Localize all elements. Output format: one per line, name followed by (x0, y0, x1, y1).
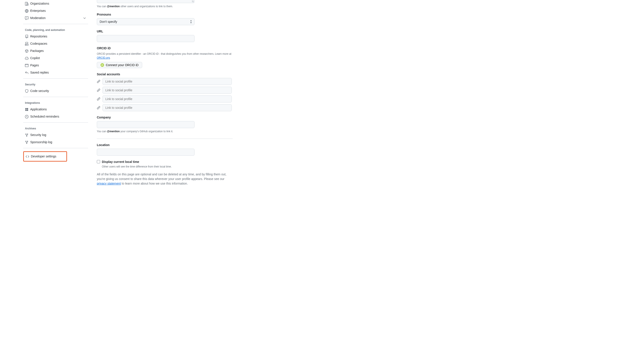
social-input-1[interactable] (102, 78, 232, 85)
sidebar-item-label: Security log (30, 133, 46, 137)
orcid-org-link[interactable]: ORCID.org (97, 56, 110, 59)
local-time-helper: Other users will see the time difference… (102, 165, 233, 169)
url-label: URL (97, 29, 233, 34)
pronouns-select[interactable]: Don't specify ▲▼ (97, 18, 194, 25)
footer-note: All of the fields on this page are optio… (97, 172, 233, 186)
link-icon (97, 88, 100, 92)
orcid-description: ORCID provides a persistent identifier -… (97, 52, 233, 60)
privacy-statement-link[interactable]: privacy statement (97, 182, 121, 185)
link-icon (97, 97, 100, 101)
sidebar-item-enterprises[interactable]: Enterprises (23, 7, 88, 14)
divider (97, 139, 233, 139)
sidebar-item-sponsorship-log[interactable]: Sponsorship log (23, 139, 88, 146)
sidebar-item-label: Moderation (30, 16, 46, 20)
pronouns-label: Pronouns (97, 12, 233, 17)
sidebar-item-codespaces[interactable]: Codespaces (23, 40, 88, 47)
sidebar-item-scheduled-reminders[interactable]: Scheduled reminders (23, 113, 88, 120)
sidebar-item-label: Saved replies (30, 70, 49, 75)
sidebar-item-label: Packages (30, 49, 44, 53)
repo-icon (25, 35, 28, 38)
sidebar-item-developer-settings[interactable]: Developer settings (25, 153, 66, 160)
select-caret-icon: ▲▼ (190, 19, 192, 24)
link-icon (97, 80, 100, 83)
sidebar-item-organizations[interactable]: Organizations (23, 0, 88, 7)
sidebar-item-code-security[interactable]: Code security (23, 87, 88, 95)
connect-orcid-label: Connect your ORCID iD (106, 63, 138, 67)
sidebar-item-label: Enterprises (30, 8, 46, 13)
company-input[interactable] (97, 121, 194, 128)
apps-icon (25, 108, 28, 111)
orcid-label: ORCID iD (97, 46, 233, 50)
sidebar-item-repositories[interactable]: Repositories (23, 33, 88, 40)
globe-icon (25, 9, 28, 13)
link-icon (97, 106, 100, 109)
package-icon (25, 49, 28, 53)
clock-icon (25, 115, 28, 118)
main-content: You can @mention other users and organiz… (88, 0, 233, 186)
company-helper-text: You can @mention your company's GitHub o… (97, 129, 233, 133)
sidebar-item-copilot[interactable]: Copilot (23, 54, 88, 62)
sidebar-item-label: Organizations (30, 1, 49, 6)
sidebar-heading-security: Security (23, 81, 88, 87)
social-accounts-label: Social accounts (97, 72, 233, 77)
copilot-icon (25, 56, 28, 60)
log-icon (25, 141, 28, 144)
orcid-icon: iD (100, 63, 104, 67)
local-time-checkbox[interactable] (97, 160, 100, 163)
sidebar-item-label: Codespaces (30, 41, 47, 46)
bio-helper-text: You can @mention other users and organiz… (97, 4, 233, 8)
organization-icon (25, 2, 28, 5)
connect-orcid-button[interactable]: iD Connect your ORCID iD (97, 62, 142, 68)
pronouns-value: Don't specify (100, 20, 117, 23)
sidebar-item-label: Developer settings (31, 154, 56, 159)
location-label: Location (97, 143, 233, 147)
divider (23, 122, 88, 123)
social-input-4[interactable] (102, 104, 232, 111)
sidebar-item-packages[interactable]: Packages (23, 47, 88, 54)
settings-sidebar: Organizations Enterprises Moderation Cod… (23, 0, 88, 186)
sidebar-item-applications[interactable]: Applications (23, 106, 88, 113)
chevron-down-icon (83, 16, 86, 20)
sidebar-item-label: Copilot (30, 56, 40, 60)
sidebar-item-label: Code security (30, 89, 49, 93)
divider (23, 148, 88, 148)
reply-icon (25, 71, 28, 74)
shield-icon (25, 89, 28, 93)
sidebar-item-label: Repositories (30, 34, 47, 39)
sidebar-item-pages[interactable]: Pages (23, 62, 88, 69)
developer-settings-highlight: Developer settings (23, 151, 67, 162)
bio-textarea-bottom[interactable] (97, 0, 194, 3)
local-time-label: Display current local time (102, 160, 233, 164)
sidebar-item-saved-replies[interactable]: Saved replies (23, 69, 88, 76)
sidebar-heading-code: Code, planning, and automation (23, 26, 88, 33)
url-input[interactable] (97, 35, 194, 42)
sidebar-item-label: Sponsorship log (30, 140, 52, 144)
social-input-2[interactable] (102, 87, 232, 94)
browser-icon (25, 64, 28, 67)
codespaces-icon (25, 42, 28, 45)
divider (23, 97, 88, 97)
sidebar-heading-archives: Archives (23, 125, 88, 131)
sidebar-item-moderation[interactable]: Moderation (23, 14, 88, 22)
sidebar-item-label: Scheduled reminders (30, 114, 59, 119)
report-icon (25, 16, 28, 20)
resize-handle-icon[interactable] (192, 0, 194, 2)
code-icon (26, 155, 29, 158)
company-label: Company (97, 115, 233, 120)
log-icon (25, 133, 28, 137)
social-input-3[interactable] (102, 95, 232, 102)
sidebar-heading-integrations: Integrations (23, 99, 88, 106)
sidebar-item-label: Pages (30, 63, 39, 68)
location-input[interactable] (97, 149, 194, 156)
sidebar-item-label: Applications (30, 107, 47, 112)
sidebar-item-security-log[interactable]: Security log (23, 131, 88, 139)
divider (23, 78, 88, 79)
